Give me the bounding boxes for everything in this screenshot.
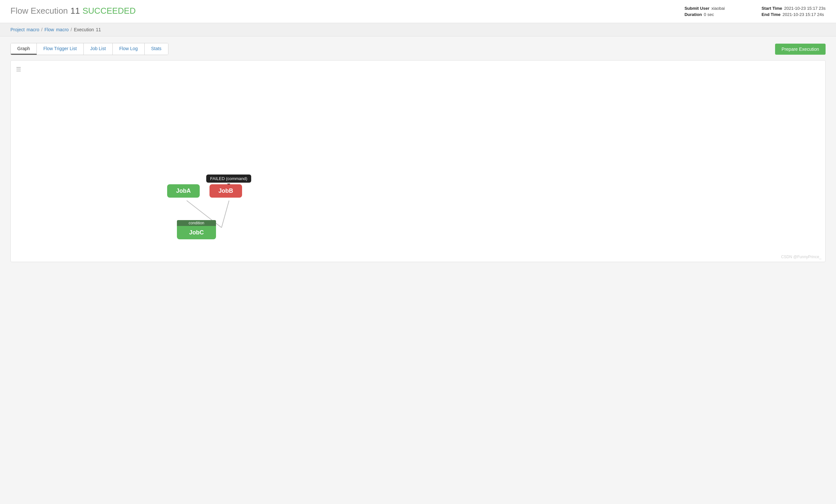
job-c-condition-label: condition [177,220,216,226]
end-time-value: 2021-10-23 15:17 24s [783,12,824,17]
end-time-item: End Time 2021-10-23 15:17 24s [761,12,825,17]
breadcrumb-project-label[interactable]: Project [11,27,25,32]
breadcrumb-execution-label: Execution [74,27,94,32]
breadcrumb-sep-2: / [71,27,72,32]
title-execution-number: 11 [70,6,80,16]
breadcrumb-execution-number: 11 [96,27,101,32]
breadcrumb-flow-label[interactable]: Flow [44,27,54,32]
job-b-tooltip: FAILED (command) [206,175,251,183]
tab-graph[interactable]: Graph [11,43,37,55]
start-time-value: 2021-10-23 15:17 23s [784,6,825,11]
breadcrumb-sep-1: / [41,27,42,32]
watermark: CSDN @FunnyPrince_ [781,255,821,259]
prepare-execution-button[interactable]: Prepare Execution [775,44,825,55]
job-b-node[interactable]: JobB [209,184,242,198]
main-content: Graph Flow Trigger List Job List Flow Lo… [0,37,836,269]
start-time-label: Start Time [761,6,782,11]
graph-edges-svg [11,61,825,262]
start-time-item: Start Time 2021-10-23 15:17 23s [761,6,825,11]
end-time-label: End Time [761,12,780,17]
tab-stats[interactable]: Stats [145,43,168,55]
duration-label: Duration [684,12,702,17]
job-c-node[interactable]: JobC [177,226,216,239]
tab-flow-log[interactable]: Flow Log [113,43,145,55]
breadcrumb: Project macro / Flow macro / Execution 1… [0,23,836,37]
tab-job-list[interactable]: Job List [84,43,113,55]
submit-user-value: xiaobai [711,6,725,11]
submit-user-label: Submit User [684,6,709,11]
title-status: SUCCEEDED [82,6,135,16]
graph-panel: ☰ FAILED (command) JobA JobB condition J… [11,60,825,262]
svg-line-1 [222,200,229,228]
tab-flow-trigger-list[interactable]: Flow Trigger List [37,43,84,55]
duration-value: 0 sec [704,12,714,17]
header-meta: Submit User xiaobai Start Time 2021-10-2… [684,6,825,17]
job-a-node[interactable]: JobA [167,184,200,198]
job-c-wrapper: condition JobC [177,220,216,239]
page-title: Flow Execution 11 SUCCEEDED [11,6,135,16]
title-flow-label: Flow Execution [11,6,68,16]
tab-group: Graph Flow Trigger List Job List Flow Lo… [11,43,168,55]
tabs-bar: Graph Flow Trigger List Job List Flow Lo… [11,43,825,55]
page-header: Flow Execution 11 SUCCEEDED Submit User … [0,0,836,23]
breadcrumb-flow-name: macro [56,27,69,32]
submit-user-item: Submit User xiaobai [684,6,749,11]
breadcrumb-project-name: macro [27,27,39,32]
duration-item: Duration 0 sec [684,12,749,17]
